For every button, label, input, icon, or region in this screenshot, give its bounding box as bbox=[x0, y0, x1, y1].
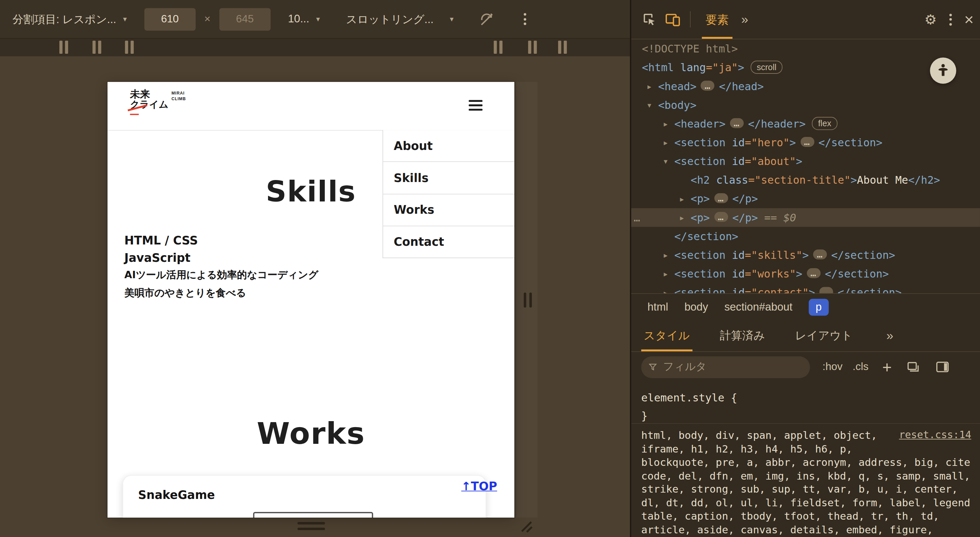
site-logo[interactable]: 未来 クライム MIRAI CLIMB bbox=[130, 89, 186, 110]
dom-tree-row[interactable]: ▶<header>…</header>flex bbox=[631, 115, 980, 133]
viewport-right-resize-zone[interactable] bbox=[516, 82, 538, 518]
nav-item-contact[interactable]: Contact bbox=[383, 226, 514, 258]
collapse-arrow-icon[interactable]: ▶ bbox=[663, 247, 674, 265]
dom-tree-row[interactable]: ▶<section id="hero">…</section> bbox=[631, 133, 980, 152]
stylesheet-source-link[interactable]: reset.css:14 bbox=[899, 428, 971, 441]
throttling-dropdown[interactable]: スロットリング... bbox=[346, 12, 434, 27]
dom-tree-row[interactable]: ▼<body> bbox=[631, 96, 980, 114]
collapse-arrow-icon[interactable]: ▶ bbox=[680, 209, 690, 228]
collapse-arrow-icon[interactable]: ▶ bbox=[663, 265, 674, 284]
collapse-arrow-icon[interactable]: ▶ bbox=[663, 284, 674, 293]
skill-item: AIツール活用による効率的なコーディング bbox=[124, 269, 318, 282]
viewport-height-input[interactable] bbox=[219, 8, 271, 30]
snake-game-canvas[interactable] bbox=[253, 512, 373, 518]
inspect-element-icon[interactable] bbox=[638, 7, 661, 31]
bottom-resize-handle[interactable] bbox=[298, 522, 325, 533]
dom-tree-row[interactable]: <h2 class="section-title">About Me</h2> bbox=[631, 171, 980, 190]
inline-expand-icon[interactable]: … bbox=[730, 118, 744, 128]
css-selector-line[interactable]: dl, dt, dd, ol, ul, li, fieldset, form, … bbox=[641, 496, 970, 509]
skills-list: HTML / CSS JavaScript AIツール活用による効率的なコーディ… bbox=[124, 234, 318, 305]
skill-item: 美唄市のやきとりを食べる bbox=[124, 287, 318, 300]
flex-badge[interactable]: flex bbox=[812, 117, 837, 130]
pseudo-state-toggle[interactable]: :hov bbox=[822, 361, 843, 373]
css-selector-line[interactable]: blockquote, pre, a, abbr, acronym, addre… bbox=[641, 456, 970, 469]
tab-styles[interactable]: スタイル bbox=[644, 320, 690, 351]
collapse-arrow-icon[interactable]: ▶ bbox=[663, 115, 674, 134]
css-selector-line[interactable]: code, del, dfn, em, img, ins, kbd, q, s,… bbox=[641, 469, 970, 483]
kebab-menu-icon[interactable] bbox=[523, 13, 526, 25]
breadcrumb-item-selected[interactable]: p bbox=[809, 299, 829, 316]
css-selector-line[interactable]: strike, strong, sub, sup, tt, var, b, u,… bbox=[641, 483, 970, 496]
inline-expand-icon[interactable]: … bbox=[800, 137, 814, 147]
accessibility-overlay-icon[interactable] bbox=[930, 57, 956, 84]
toggle-device-toolbar-icon[interactable] bbox=[661, 7, 685, 31]
dom-tree-row[interactable]: ▶<p>…</p> bbox=[631, 190, 980, 208]
inline-expand-icon[interactable]: … bbox=[813, 249, 827, 260]
inline-expand-icon[interactable]: … bbox=[714, 212, 728, 222]
tab-computed[interactable]: 計算済み bbox=[720, 320, 765, 351]
new-style-rule-icon[interactable]: + bbox=[882, 359, 891, 375]
inline-expand-icon[interactable]: … bbox=[807, 268, 821, 278]
settings-gear-icon[interactable]: ⚙ bbox=[924, 12, 937, 27]
styles-filter-input[interactable] bbox=[662, 360, 802, 374]
dom-token: <html bbox=[642, 61, 674, 73]
dom-tree-row[interactable]: ▶<section id="works">…</section> bbox=[631, 265, 980, 283]
dimensions-dropdown[interactable]: 分割項目: レスポン... bbox=[12, 12, 116, 27]
collapse-arrow-icon[interactable]: ▶ bbox=[648, 78, 658, 96]
more-tabs-icon[interactable]: » bbox=[741, 12, 748, 27]
css-selector-line[interactable]: table, caption, tbody, tfoot, thead, tr,… bbox=[641, 510, 970, 523]
css-rule-block: reset.css:14 html, body, div, span, appl… bbox=[631, 423, 980, 537]
dom-token: <body> bbox=[658, 99, 697, 111]
css-selector-line[interactable]: iframe, h1, h2, h3, h4, h5, h6, p, bbox=[641, 442, 970, 456]
dom-token: </section> bbox=[831, 249, 895, 261]
tab-elements[interactable]: 要素 bbox=[695, 0, 739, 39]
right-resize-handle[interactable] bbox=[524, 293, 532, 308]
logo-subtext: MIRAI CLIMB bbox=[172, 91, 186, 110]
computed-styles-icon[interactable] bbox=[907, 361, 921, 373]
screenshot-stage: 分割項目: レスポン... ▼ × 10... ▼ スロットリング... ▼ bbox=[0, 0, 980, 537]
inline-expand-icon[interactable]: … bbox=[701, 80, 714, 91]
inline-expand-icon[interactable]: … bbox=[819, 287, 833, 293]
back-to-top-link[interactable]: ↑TOP bbox=[461, 480, 497, 492]
dom-token: > bbox=[738, 61, 744, 73]
dimension-separator: × bbox=[204, 13, 211, 25]
dom-tree-row[interactable]: </section> bbox=[631, 227, 980, 245]
inline-expand-icon[interactable]: … bbox=[714, 193, 728, 203]
dom-tree-row[interactable]: …▶<p>…</p>== $0 bbox=[631, 208, 980, 227]
more-tabs-icon[interactable]: » bbox=[886, 328, 893, 343]
breadcrumb-item-html[interactable]: html bbox=[648, 301, 668, 314]
emulated-page: 未来 クライム MIRAI CLIMB About Skills Works C… bbox=[108, 82, 514, 518]
viewport-width-input[interactable] bbox=[144, 8, 196, 30]
logo-text: 未来 クライム bbox=[130, 89, 168, 110]
collapse-arrow-icon[interactable]: ▶ bbox=[680, 190, 690, 209]
element-class-toggle[interactable]: .cls bbox=[853, 361, 869, 373]
expand-arrow-icon[interactable]: ▼ bbox=[648, 96, 658, 115]
nav-item-about[interactable]: About bbox=[383, 130, 514, 162]
hamburger-menu-icon[interactable] bbox=[469, 100, 484, 113]
dom-tree-row[interactable]: <!DOCTYPE html> bbox=[631, 40, 980, 58]
tab-layout[interactable]: レイアウト bbox=[795, 320, 853, 351]
dom-tree-row[interactable]: ▶<section id="contact">…</section> bbox=[631, 283, 980, 293]
rotate-viewport-icon[interactable] bbox=[479, 11, 495, 27]
devtools-kebab-menu-icon[interactable] bbox=[949, 13, 951, 25]
dom-token: ="section-title" bbox=[748, 174, 851, 186]
scroll-badge[interactable]: scroll bbox=[750, 61, 783, 74]
dom-tree-row[interactable]: ▶<section id="skills">…</section> bbox=[631, 246, 980, 265]
dom-tree-row[interactable]: <html lang="ja">scroll bbox=[631, 58, 980, 77]
close-devtools-icon[interactable]: × bbox=[964, 11, 974, 28]
expand-arrow-icon[interactable]: ▼ bbox=[663, 153, 674, 171]
css-selector-list: html, body, div, span, applet, object,if… bbox=[641, 429, 970, 537]
collapse-arrow-icon[interactable]: ▶ bbox=[663, 134, 674, 153]
toggle-sidebar-icon[interactable] bbox=[935, 361, 949, 373]
open-brace: { bbox=[731, 391, 737, 404]
row-overflow-icon[interactable]: … bbox=[634, 208, 641, 227]
dom-tree-row[interactable]: ▼<section id="about"> bbox=[631, 152, 980, 171]
dom-token: <section bbox=[674, 286, 725, 293]
breadcrumb-item-body[interactable]: body bbox=[684, 301, 708, 314]
css-selector-line[interactable]: article, aside, canvas, details, embed, … bbox=[641, 523, 970, 536]
chevron-down-icon: ▼ bbox=[449, 16, 455, 23]
breadcrumb-item-section-about[interactable]: section#about bbox=[724, 301, 792, 314]
corner-resize-handle[interactable] bbox=[519, 519, 532, 535]
dom-tree-row[interactable]: ▶<head>…</head> bbox=[631, 77, 980, 96]
zoom-dropdown[interactable]: 10... bbox=[288, 12, 309, 25]
